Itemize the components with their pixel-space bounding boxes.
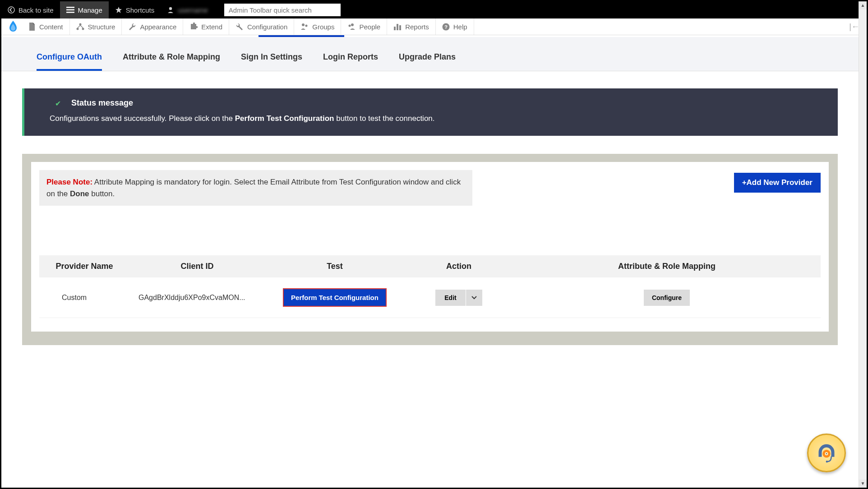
provider-table: Provider Name Client ID Test Action Attr…: [39, 255, 821, 318]
username-label: username: [178, 6, 208, 14]
menu-content[interactable]: Content: [22, 18, 70, 35]
menu-appearance[interactable]: Appearance: [122, 18, 183, 35]
star-icon: [115, 6, 122, 14]
svg-point-11: [349, 25, 351, 27]
perform-test-button[interactable]: Perform Test Configuration: [283, 288, 387, 307]
wrench2-icon: [235, 23, 244, 31]
table-row: Custom GAgdBrXlddju6XPo9xCvaMON... Perfo…: [39, 277, 821, 318]
local-tabs: Configure OAuth Attribute & Role Mapping…: [1, 37, 859, 71]
drupal-logo-icon[interactable]: [4, 21, 22, 32]
manage-label: Manage: [78, 6, 102, 14]
back-arrow-icon: [8, 6, 15, 14]
scroll-up-arrow[interactable]: ▲: [859, 1, 867, 9]
user-account-link[interactable]: username: [161, 1, 214, 18]
admin-secondary-menu: Content Structure Appearance Extend Conf…: [1, 18, 867, 35]
groups-icon: [300, 23, 309, 31]
attribute-note: Please Note: Attribute Mapping is mandat…: [39, 170, 472, 206]
svg-point-19: [826, 453, 827, 454]
document-icon: [28, 23, 36, 31]
menu-reports[interactable]: Reports: [387, 18, 436, 35]
barchart-icon: [393, 23, 402, 30]
support-widget-button[interactable]: [807, 434, 846, 472]
cell-provider: Custom: [39, 294, 129, 302]
people-icon: [347, 23, 356, 31]
svg-rect-3: [66, 12, 74, 13]
shortcuts-label: Shortcuts: [126, 6, 154, 14]
svg-point-0: [8, 7, 14, 13]
svg-point-5: [79, 23, 81, 26]
menu-groups[interactable]: Groups: [294, 18, 341, 35]
status-message-box: ✔ Status message Configurations saved su…: [22, 88, 838, 136]
scroll-down-arrow[interactable]: ▼: [859, 480, 867, 488]
menu-structure[interactable]: Structure: [70, 18, 122, 35]
check-icon: ✔: [55, 99, 61, 108]
svg-text:?: ?: [444, 24, 448, 29]
user-icon: [167, 6, 174, 14]
svg-point-6: [76, 28, 78, 30]
top-admin-bar: Back to site Manage Shortcuts username: [1, 1, 867, 18]
configure-button[interactable]: Configure: [644, 290, 690, 306]
menu-people[interactable]: People: [341, 18, 387, 35]
th-mapping: Attribute & Role Mapping: [513, 262, 821, 271]
question-icon: ?: [442, 23, 450, 31]
chevron-down-icon: [471, 296, 477, 300]
shortcuts-link[interactable]: Shortcuts: [109, 1, 161, 18]
tab-login-reports[interactable]: Login Reports: [323, 52, 378, 71]
provider-panel: Please Note: Attribute Mapping is mandat…: [22, 154, 838, 345]
svg-point-7: [82, 28, 84, 30]
search-container: [218, 1, 347, 18]
tab-configure-oauth[interactable]: Configure OAuth: [37, 52, 102, 71]
svg-point-4: [169, 7, 172, 10]
tab-signin-settings[interactable]: Sign In Settings: [241, 52, 302, 71]
add-provider-button[interactable]: +Add New Provider: [734, 173, 821, 193]
edit-button[interactable]: Edit: [435, 290, 465, 306]
svg-rect-1: [66, 7, 74, 8]
menu-configuration[interactable]: Configuration: [229, 18, 294, 35]
th-clientid: Client ID: [129, 262, 265, 271]
admin-search-input[interactable]: [224, 4, 341, 16]
headset-icon: [814, 440, 839, 466]
back-label: Back to site: [18, 6, 54, 14]
puzzle-icon: [189, 23, 198, 31]
cell-clientid: GAgdBrXlddju6XPo9xCvaMON...: [129, 294, 265, 302]
svg-point-8: [302, 23, 305, 26]
hamburger-icon: [66, 7, 74, 13]
manage-toggle[interactable]: Manage: [60, 1, 109, 18]
tab-attribute-mapping[interactable]: Attribute & Role Mapping: [123, 52, 220, 71]
back-to-site-link[interactable]: Back to site: [1, 1, 60, 18]
svg-rect-2: [66, 9, 74, 11]
svg-rect-12: [394, 27, 396, 30]
th-test: Test: [265, 262, 405, 271]
scroll-track[interactable]: [859, 9, 867, 480]
edit-dropdown-toggle[interactable]: [466, 290, 482, 306]
th-action: Action: [405, 262, 513, 271]
svg-rect-13: [397, 24, 398, 30]
status-title: Status message: [71, 98, 813, 108]
svg-point-20: [826, 461, 828, 462]
hierarchy-icon: [76, 23, 84, 30]
svg-point-10: [351, 23, 354, 26]
th-provider: Provider Name: [39, 262, 129, 271]
svg-point-9: [305, 25, 308, 27]
wrench-icon: [128, 23, 136, 31]
tab-upgrade-plans[interactable]: Upgrade Plans: [399, 52, 456, 71]
table-header-row: Provider Name Client ID Test Action Attr…: [39, 255, 821, 277]
menu-extend[interactable]: Extend: [183, 18, 229, 35]
svg-rect-14: [399, 25, 401, 30]
vertical-scrollbar[interactable]: ▲ ▼: [859, 1, 867, 488]
status-body: Configurations saved successfully. Pleas…: [50, 114, 813, 123]
menu-help[interactable]: ? Help: [436, 18, 474, 35]
